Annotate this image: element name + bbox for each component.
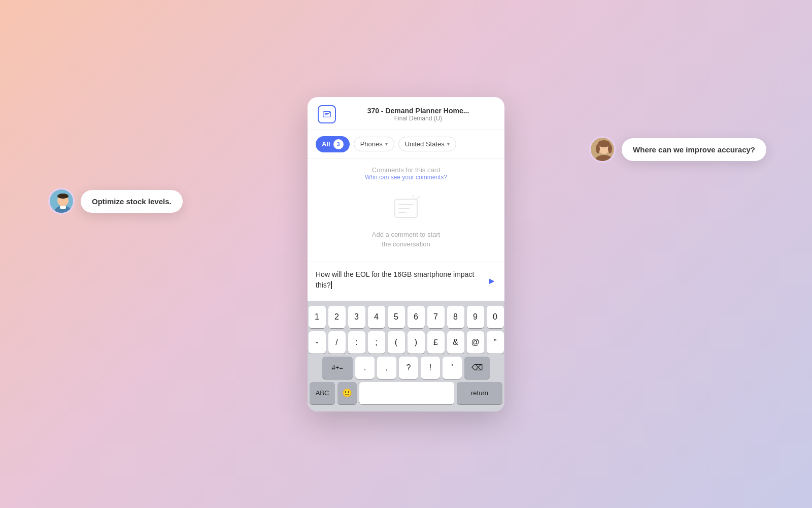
empty-state: Add a comment to startthe conversation [308,183,504,262]
svg-point-3 [57,194,69,199]
phones-filter[interactable]: Phones ▾ [354,137,394,151]
svg-point-8 [598,140,610,147]
filter-row: All 3 Phones ▾ United States ▾ [308,130,504,159]
key-comma[interactable]: , [377,357,396,379]
comments-header: Comments for this card Who can see your … [308,159,504,183]
app-icon [318,105,336,123]
empty-text: Add a comment to startthe conversation [372,230,440,249]
header-subtitle: Final Demand (U) [342,115,494,122]
key-question[interactable]: ? [399,357,418,379]
key-exclaim[interactable]: ! [421,357,440,379]
comments-visibility[interactable]: Who can see your comments? [318,174,494,181]
key-5[interactable]: 5 [388,306,405,328]
key-return[interactable]: return [457,382,502,404]
key-2[interactable]: 2 [328,306,346,328]
keyboard: 1 2 3 4 5 6 7 8 9 0 - / : ; ( ) £ & @ " … [308,301,504,411]
right-bubble-text: Where can we improve accuracy? [622,138,766,161]
key-pound[interactable]: £ [427,331,445,354]
key-8[interactable]: 8 [447,306,464,328]
phones-label: Phones [360,140,383,148]
key-colon[interactable]: : [348,331,365,354]
main-card: 370 - Demand Planner Home... Final Deman… [308,97,504,411]
key-3[interactable]: 3 [348,306,365,328]
keyboard-row-numbers: 1 2 3 4 5 6 7 8 9 0 [310,306,502,328]
comments-title: Comments for this card [318,166,494,174]
key-semicolon[interactable]: ; [368,331,385,354]
left-bubble: Optimize stock levels. [48,188,183,214]
key-0[interactable]: 0 [487,306,504,328]
key-4[interactable]: 4 [368,306,385,328]
svg-point-18 [412,195,414,197]
keyboard-row-bottom: ABC 🙂 return [310,382,502,404]
all-count: 3 [333,139,344,149]
key-at[interactable]: @ [467,331,484,354]
key-1[interactable]: 1 [309,306,326,328]
key-open-paren[interactable]: ( [388,331,405,354]
male-avatar [48,188,75,214]
comment-input-value: How will the EOL for the 16GB smartphone… [316,270,474,289]
key-7[interactable]: 7 [427,306,445,328]
comment-text[interactable]: How will the EOL for the 16GB smartphone… [316,269,482,294]
comment-input-area: How will the EOL for the 16GB smartphone… [308,262,504,301]
key-ampersand[interactable]: & [447,331,464,354]
us-label: United States [405,140,445,148]
all-filter[interactable]: All 3 [316,136,350,152]
header-title: 370 - Demand Planner Home... [342,107,494,115]
card-header: 370 - Demand Planner Home... Final Deman… [308,97,504,130]
key-space[interactable] [359,382,454,404]
us-filter[interactable]: United States ▾ [398,137,456,151]
key-minus[interactable]: - [309,331,326,354]
svg-point-16 [415,198,418,201]
svg-rect-4 [60,206,66,209]
key-close-paren[interactable]: ) [408,331,425,354]
key-6[interactable]: 6 [408,306,425,328]
key-abc[interactable]: ABC [310,382,335,404]
key-slash[interactable]: / [328,331,346,354]
svg-point-9 [596,144,600,153]
svg-point-17 [418,196,420,198]
keyboard-row-symbols: - / : ; ( ) £ & @ " [310,331,502,354]
key-9[interactable]: 9 [467,306,484,328]
keyboard-row-special: #+= . , ? ! ' ⌫ [310,357,502,379]
key-apostrophe[interactable]: ' [443,357,462,379]
key-hashtag[interactable]: #+= [322,357,353,379]
left-bubble-text: Optimize stock levels. [81,190,183,213]
key-emoji[interactable]: 🙂 [337,382,357,404]
us-chevron: ▾ [447,141,450,147]
all-label: All [322,140,330,148]
key-period[interactable]: . [355,357,375,379]
text-cursor [331,281,332,289]
svg-point-10 [608,144,612,153]
empty-icon [391,193,421,224]
key-delete[interactable]: ⌫ [464,357,490,379]
send-button[interactable]: ► [487,276,496,287]
key-quote[interactable]: " [487,331,504,354]
right-bubble: Where can we improve accuracy? [589,136,766,163]
female-avatar [589,136,616,163]
phones-chevron: ▾ [385,141,388,147]
header-text: 370 - Demand Planner Home... Final Deman… [342,107,494,122]
